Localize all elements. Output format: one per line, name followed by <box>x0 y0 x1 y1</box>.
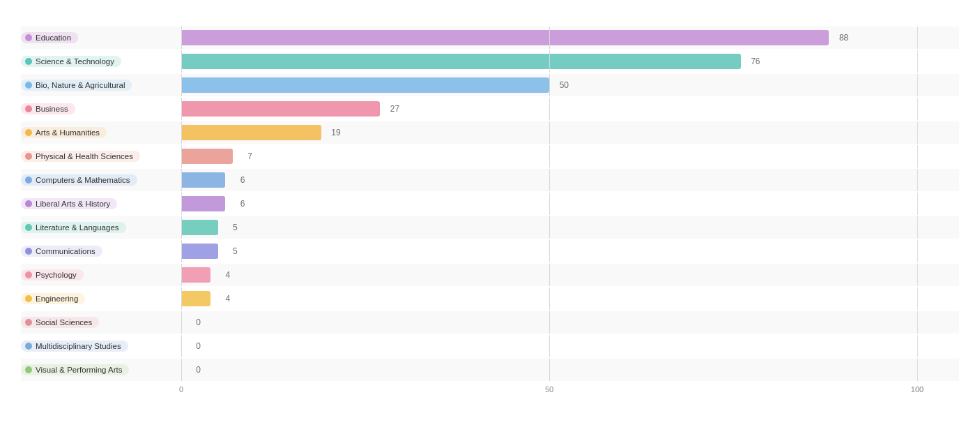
bar-section: 76 <box>181 50 959 73</box>
label-container: Visual & Performing Arts <box>21 364 181 375</box>
grid-line <box>917 121 918 144</box>
category-dot <box>25 319 32 326</box>
category-pill: Multidisciplinary Studies <box>21 341 128 352</box>
category-pill: Communications <box>21 246 102 257</box>
label-container: Science & Technology <box>21 56 181 67</box>
category-label: Education <box>36 33 71 42</box>
category-dot <box>25 82 32 89</box>
grid-line <box>549 335 550 357</box>
category-dot <box>25 224 32 231</box>
category-pill: Literature & Languages <box>21 222 126 233</box>
grid-line <box>917 359 918 381</box>
bar: 4 <box>181 267 210 283</box>
grid-line <box>917 287 918 310</box>
label-container: Liberal Arts & History <box>21 198 181 209</box>
bar-section: 5 <box>181 240 959 262</box>
bar-section: 0 <box>181 335 959 357</box>
grid-line <box>917 98 918 120</box>
bar-row: Psychology4 <box>21 264 959 286</box>
category-pill: Engineering <box>21 293 85 304</box>
bar-row: Bio, Nature & Agricultural50 <box>21 74 959 96</box>
category-label: Engineering <box>36 294 78 303</box>
grid-line <box>917 216 918 239</box>
grid-line <box>549 169 550 191</box>
grid-line <box>549 216 550 239</box>
category-label: Psychology <box>36 271 77 279</box>
bar: 4 <box>181 291 210 306</box>
bar-section: 0 <box>181 359 959 381</box>
category-dot <box>25 343 32 350</box>
label-container: Education <box>21 32 181 43</box>
bar-section: 6 <box>181 193 959 215</box>
grid-line <box>549 121 550 144</box>
bar-value-label: 6 <box>240 175 245 185</box>
bars-container: Education88Science & Technology76Bio, Na… <box>21 27 959 381</box>
category-label: Physical & Health Sciences <box>36 152 133 160</box>
bar-row: Social Sciences0 <box>21 311 959 334</box>
grid-line <box>917 50 918 73</box>
bar-value-label: 0 <box>196 365 201 375</box>
category-dot <box>25 153 32 160</box>
grid-line <box>181 335 182 357</box>
x-axis: 050100 <box>181 382 959 385</box>
label-container: Bio, Nature & Agricultural <box>21 80 181 91</box>
bar: 6 <box>181 196 225 211</box>
bar-section: 6 <box>181 169 959 191</box>
category-dot <box>25 200 32 207</box>
chart-area: Education88Science & Technology76Bio, Na… <box>21 27 959 402</box>
category-pill: Liberal Arts & History <box>21 198 117 209</box>
category-dot <box>25 58 32 65</box>
bar-section: 27 <box>181 98 959 120</box>
category-label: Multidisciplinary Studies <box>36 342 121 350</box>
category-pill: Computers & Mathematics <box>21 174 137 186</box>
bar-value-label: 27 <box>390 104 399 114</box>
grid-line <box>549 359 550 381</box>
grid-line <box>549 311 550 334</box>
bar-section: 4 <box>181 287 959 310</box>
bar: 6 <box>181 172 225 188</box>
category-dot <box>25 248 32 255</box>
category-label: Arts & Humanities <box>36 128 100 137</box>
bar-row: Arts & Humanities19 <box>21 121 959 144</box>
category-pill: Physical & Health Sciences <box>21 151 140 162</box>
bar-row: Multidisciplinary Studies0 <box>21 335 959 357</box>
bar-value-label: 0 <box>196 341 201 351</box>
category-dot <box>25 105 32 112</box>
bar-section: 7 <box>181 145 959 167</box>
bar: 88 <box>181 30 829 45</box>
label-container: Social Sciences <box>21 317 181 328</box>
bar: 5 <box>181 220 218 235</box>
category-label: Visual & Performing Arts <box>36 366 122 374</box>
x-tick-label: 50 <box>545 385 553 394</box>
grid-line <box>917 27 918 49</box>
bar-value-label: 5 <box>233 223 238 232</box>
label-container: Engineering <box>21 293 181 304</box>
bar: 7 <box>181 149 233 164</box>
grid-line <box>917 74 918 96</box>
bar-section: 0 <box>181 311 959 334</box>
bar-row: Engineering4 <box>21 287 959 310</box>
grid-line <box>549 287 550 310</box>
category-dot <box>25 34 32 41</box>
bar: 19 <box>181 125 321 140</box>
category-pill: Education <box>21 32 78 43</box>
category-pill: Business <box>21 103 75 114</box>
grid-line <box>181 311 182 334</box>
grid-line <box>181 359 182 381</box>
grid-line <box>549 240 550 262</box>
grid-line <box>917 264 918 286</box>
label-container: Multidisciplinary Studies <box>21 341 181 352</box>
bar: 5 <box>181 244 218 259</box>
bar-row: Physical & Health Sciences7 <box>21 145 959 167</box>
bar-row: Education88 <box>21 27 959 49</box>
label-container: Arts & Humanities <box>21 127 181 138</box>
category-dot <box>25 129 32 136</box>
category-label: Computers & Mathematics <box>36 176 130 184</box>
category-label: Communications <box>36 247 95 255</box>
category-pill: Bio, Nature & Agricultural <box>21 80 132 91</box>
category-pill: Arts & Humanities <box>21 127 107 138</box>
category-dot <box>25 366 32 373</box>
bar-value-label: 76 <box>751 57 760 66</box>
category-label: Bio, Nature & Agricultural <box>36 81 125 89</box>
grid-line <box>549 193 550 215</box>
